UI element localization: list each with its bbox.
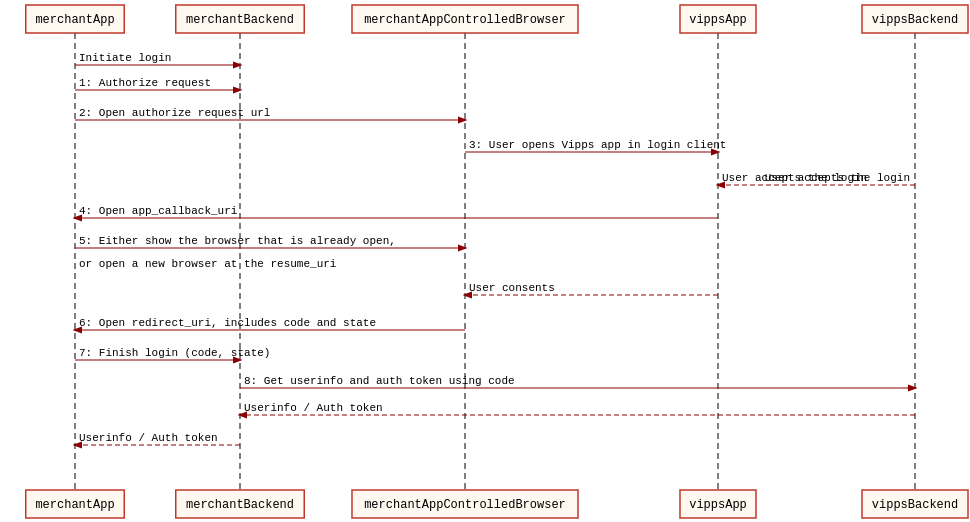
svg-text:User accepts the login: User accepts the login bbox=[765, 172, 910, 184]
svg-text:7: Finish login (code, state): 7: Finish login (code, state) bbox=[79, 347, 270, 359]
sequence-diagram: merchantAppmerchantAppmerchantBackendmer… bbox=[0, 0, 970, 522]
svg-text:3: User opens Vipps app in log: 3: User opens Vipps app in login client bbox=[469, 139, 726, 151]
svg-rect-23 bbox=[862, 490, 968, 518]
svg-text:1: Authorize request: 1: Authorize request bbox=[79, 77, 211, 89]
svg-text:4: Open app_callback_uri: 4: Open app_callback_uri bbox=[79, 205, 238, 217]
svg-text:vippsApp: vippsApp bbox=[689, 498, 747, 512]
svg-rect-3 bbox=[26, 490, 125, 518]
svg-text:User consents: User consents bbox=[469, 282, 555, 294]
svg-text:merchantBackend: merchantBackend bbox=[186, 498, 294, 512]
svg-text:vippsBackend: vippsBackend bbox=[872, 13, 958, 27]
svg-text:User accepts the login: User accepts the login bbox=[722, 172, 867, 184]
svg-text:or open a new browser at the r: or open a new browser at the resume_uri bbox=[79, 258, 337, 270]
svg-rect-13 bbox=[352, 490, 578, 518]
svg-text:Userinfo / Auth token: Userinfo / Auth token bbox=[244, 402, 383, 414]
svg-text:Userinfo / Auth token: Userinfo / Auth token bbox=[79, 432, 218, 444]
svg-text:6: Open redirect_uri, includes: 6: Open redirect_uri, includes code and … bbox=[79, 317, 376, 329]
svg-text:merchantApp: merchantApp bbox=[35, 13, 114, 27]
svg-text:vippsBackend: vippsBackend bbox=[872, 498, 958, 512]
svg-text:merchantBackend: merchantBackend bbox=[186, 13, 294, 27]
svg-rect-15 bbox=[680, 5, 756, 33]
svg-text:merchantAppControlledBrowser: merchantAppControlledBrowser bbox=[364, 13, 566, 27]
svg-text:vippsApp: vippsApp bbox=[689, 13, 747, 27]
svg-rect-20 bbox=[862, 5, 968, 33]
svg-text:merchantAppControlledBrowser: merchantAppControlledBrowser bbox=[364, 498, 566, 512]
svg-text:8: Get userinfo and auth token: 8: Get userinfo and auth token using cod… bbox=[244, 375, 515, 387]
svg-text:Initiate login: Initiate login bbox=[79, 52, 171, 64]
diagram-svg: merchantAppmerchantAppmerchantBackendmer… bbox=[0, 0, 970, 522]
svg-text:5: Either show the browser tha: 5: Either show the browser that is alrea… bbox=[79, 235, 396, 247]
svg-rect-0 bbox=[26, 5, 125, 33]
svg-rect-10 bbox=[352, 5, 578, 33]
svg-rect-8 bbox=[176, 490, 305, 518]
svg-text:merchantApp: merchantApp bbox=[35, 498, 114, 512]
svg-rect-5 bbox=[176, 5, 305, 33]
svg-rect-18 bbox=[680, 490, 756, 518]
svg-text:2: Open authorize request url: 2: Open authorize request url bbox=[79, 107, 270, 119]
